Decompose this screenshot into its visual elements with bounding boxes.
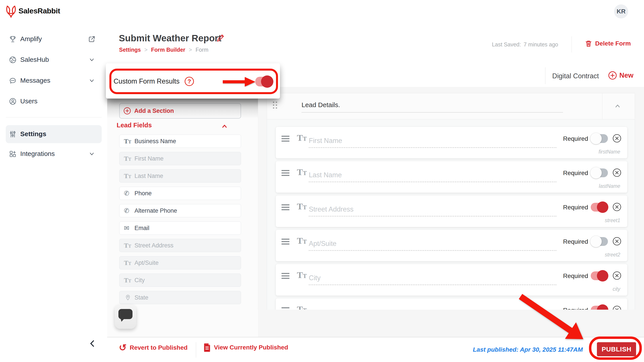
field-item-state: State — [119, 291, 241, 304]
remove-field-icon[interactable] — [612, 237, 622, 246]
sidebar-item-label: Messages — [20, 77, 50, 84]
row-input-underline — [309, 147, 556, 148]
custom-form-results-toggle[interactable] — [255, 77, 273, 86]
sidebar-item-settings[interactable]: Settings — [6, 125, 102, 143]
help-icon[interactable]: ? — [185, 77, 194, 86]
form-row-city: TTCityRequiredcity — [276, 264, 627, 296]
field-item-business-name[interactable]: TTBusiness Name — [119, 135, 241, 148]
text-icon: TT — [124, 259, 131, 266]
required-label: Required — [563, 170, 588, 177]
text-icon: TT — [297, 201, 307, 212]
form-row-firstName: TTFirst NameRequiredfirstName — [276, 127, 627, 158]
drag-handle-icon[interactable] — [282, 204, 290, 212]
drag-handle-icon[interactable] — [282, 239, 290, 246]
chevron-down-icon[interactable] — [88, 77, 96, 84]
grid-plus-icon — [9, 150, 17, 158]
pin-icon — [124, 294, 131, 301]
remove-field-icon[interactable] — [612, 271, 622, 280]
field-item-phone[interactable]: ✆Phone — [119, 187, 241, 200]
tab-digital-contract[interactable]: Digital Contract — [552, 72, 599, 80]
delete-form-button[interactable]: Delete Form — [584, 39, 631, 47]
app-root: SalesRabbit KR AmplifySalesHubMessagesUs… — [0, 0, 644, 362]
required-toggle[interactable] — [591, 134, 608, 143]
chevron-down-icon[interactable] — [88, 56, 96, 63]
section-title[interactable]: Lead Details. — [302, 101, 340, 109]
text-icon: TT — [124, 242, 131, 249]
salesrabbit-logo-icon — [6, 5, 16, 18]
drag-handle-icon[interactable] — [282, 136, 290, 143]
row-placeholder[interactable]: Apt/Suite — [309, 240, 336, 248]
row-input-underline — [309, 284, 556, 285]
field-item-first-name: TTFirst Name — [119, 152, 241, 165]
sidebar-item-users[interactable]: Users — [6, 92, 102, 110]
chat-icon — [9, 77, 17, 85]
phone-icon: ✆ — [124, 207, 129, 214]
sidebar-item-integrations[interactable]: Integrations — [6, 145, 102, 163]
row-placeholder[interactable]: Last Name — [309, 171, 342, 179]
form-row-street1: TTStreet AddressRequiredstreet1 — [276, 196, 627, 227]
sidebar-divider — [6, 117, 102, 117]
text-icon: TT — [124, 137, 131, 145]
new-button[interactable]: New — [608, 71, 634, 80]
text-icon: TT — [124, 277, 131, 284]
chevron-up-icon[interactable] — [614, 102, 622, 110]
required-toggle[interactable] — [591, 271, 608, 280]
chat-bubble-icon — [118, 309, 132, 319]
row-input-underline — [309, 181, 556, 182]
required-toggle[interactable] — [591, 168, 608, 177]
field-item-label: Phone — [134, 190, 152, 197]
drag-handle-icon[interactable] — [282, 273, 290, 280]
chevron-down-icon[interactable] — [88, 150, 96, 158]
field-item-label: State — [134, 294, 148, 301]
view-published-button[interactable]: View Currently Published — [204, 343, 288, 352]
text-icon: TT — [297, 270, 307, 280]
form-row-street2: TTApt/SuiteRequiredstreet2 — [276, 230, 627, 261]
field-item-email[interactable]: ✉Email — [119, 221, 241, 235]
external-link-icon — [88, 35, 96, 43]
drag-handle-icon[interactable] — [273, 102, 277, 109]
drag-handle-icon[interactable] — [282, 170, 290, 177]
sidebar-collapse-icon[interactable] — [88, 339, 97, 348]
trophy-icon — [9, 35, 17, 43]
remove-field-icon[interactable] — [612, 134, 622, 143]
remove-field-icon[interactable] — [612, 202, 622, 212]
sidebar-item-saleshub[interactable]: SalesHub — [6, 51, 102, 69]
sidebar-item-label: Integrations — [20, 150, 55, 157]
revert-to-published-button[interactable]: ↺ Revert to Published — [119, 343, 188, 352]
delete-form-label: Delete Form — [595, 40, 631, 47]
section-title-underline — [302, 112, 563, 113]
field-item-label: Apt/Suite — [134, 260, 159, 266]
row-placeholder[interactable]: First Name — [309, 137, 342, 145]
edit-title-icon[interactable] — [216, 33, 225, 43]
breadcrumb-settings[interactable]: Settings — [119, 47, 141, 53]
revert-label: Revert to Published — [130, 344, 188, 351]
row-placeholder[interactable]: Street Address — [309, 205, 354, 213]
sidebar-item-label: SalesHub — [20, 56, 49, 63]
required-toggle[interactable] — [591, 203, 608, 212]
field-item-alternate-phone[interactable]: ✆Alternate Phone — [119, 204, 241, 217]
add-section-label: Add a Section — [134, 107, 174, 114]
breadcrumb-form: Form — [196, 47, 208, 53]
sidebar-item-messages[interactable]: Messages — [6, 72, 102, 90]
breadcrumb-form-builder[interactable]: Form Builder — [151, 47, 185, 53]
row-input-underline — [309, 250, 556, 251]
view-label: View Currently Published — [214, 344, 288, 351]
content-cutoff — [258, 310, 644, 337]
text-icon: TT — [297, 133, 307, 143]
header-divider — [572, 36, 572, 52]
chevron-up-icon[interactable] — [220, 122, 228, 130]
required-toggle[interactable] — [591, 237, 608, 246]
row-placeholder[interactable]: City — [309, 274, 320, 282]
publish-button[interactable]: PUBLISH — [597, 342, 636, 356]
breadcrumb-separator-icon: > — [189, 47, 192, 53]
remove-field-icon[interactable] — [612, 168, 622, 177]
text-icon: TT — [297, 236, 307, 246]
add-section-button[interactable]: Add a Section — [119, 103, 241, 118]
text-icon: TT — [124, 155, 131, 162]
form-row-lastName: TTLast NameRequiredlastName — [276, 161, 627, 193]
sidebar-item-amplify[interactable]: Amplify — [6, 30, 102, 48]
field-key-label: city — [613, 286, 620, 292]
user-icon — [9, 97, 17, 105]
chat-widget-button[interactable] — [115, 304, 136, 329]
avatar[interactable]: KR — [614, 4, 628, 18]
